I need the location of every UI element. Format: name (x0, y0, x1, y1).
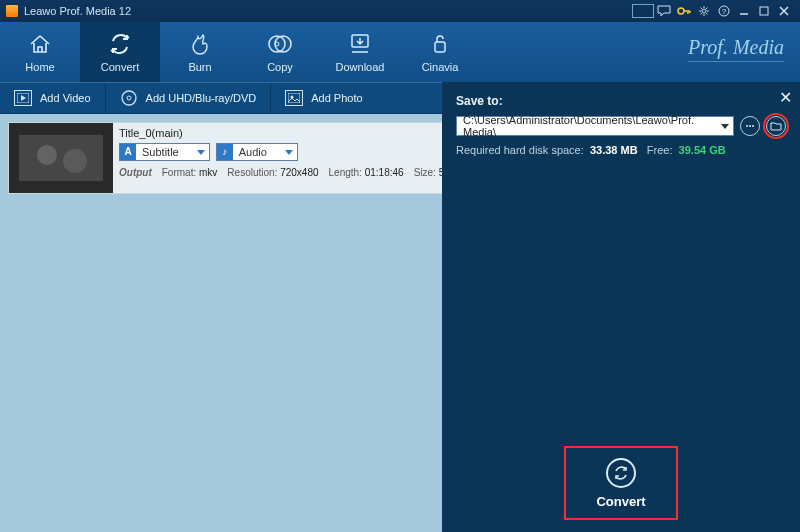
tab-label: Convert (101, 61, 140, 73)
svg-point-18 (63, 149, 87, 173)
action-label: Add Video (40, 92, 91, 104)
more-options-button[interactable] (740, 116, 760, 136)
add-disc-button[interactable]: Add UHD/Blu-ray/DVD (106, 83, 272, 113)
svg-rect-9 (435, 42, 445, 52)
gear-icon[interactable] (694, 3, 714, 19)
output-label: Output (119, 167, 152, 178)
convert-label: Convert (596, 494, 645, 509)
convert-button[interactable]: Convert (566, 448, 676, 518)
svg-point-20 (749, 125, 751, 127)
save-to-label: Save to: (456, 94, 786, 108)
video-icon (14, 90, 32, 106)
format-value: mkv (199, 167, 217, 178)
audio-value: Audio (239, 146, 267, 158)
svg-point-12 (127, 96, 131, 100)
svg-text:?: ? (722, 7, 727, 16)
free-label: Free: (647, 144, 673, 156)
add-video-button[interactable]: Add Video (0, 83, 106, 113)
brand-label: Prof. Media (688, 36, 784, 62)
save-path-value: C:\Users\Administrator\Documents\Leawo\P… (463, 114, 721, 138)
message-icon[interactable] (654, 3, 674, 19)
svg-point-19 (746, 125, 748, 127)
media-thumbnail (9, 123, 113, 193)
svg-point-17 (37, 145, 57, 165)
cinavia-icon (427, 31, 453, 57)
tab-copy[interactable]: Copy (240, 22, 320, 82)
convert-ring-icon (606, 458, 636, 488)
close-icon[interactable] (774, 3, 794, 19)
svg-point-21 (752, 125, 754, 127)
svg-point-0 (678, 8, 684, 14)
copy-icon (267, 31, 293, 57)
tab-download[interactable]: Download (320, 22, 400, 82)
audio-tag-icon: ♪ (217, 144, 233, 160)
chevron-down-icon (197, 150, 205, 155)
tab-burn[interactable]: Burn (160, 22, 240, 82)
tab-convert[interactable]: Convert (80, 22, 160, 82)
app-logo-icon (6, 5, 18, 17)
tab-label: Download (336, 61, 385, 73)
required-value: 33.38 MB (590, 144, 638, 156)
tab-home[interactable]: Home (0, 22, 80, 82)
download-icon (347, 31, 373, 57)
browse-folder-button[interactable] (766, 116, 786, 136)
apps-grid-icon[interactable] (632, 4, 654, 18)
svg-point-11 (122, 91, 136, 105)
svg-rect-13 (288, 93, 300, 103)
required-label: Required hard disk space: (456, 144, 584, 156)
audio-select[interactable]: ♪ Audio (216, 143, 298, 161)
main-tabs: Home Convert Burn Copy Download Cinavia … (0, 22, 800, 82)
tab-label: Home (25, 61, 54, 73)
home-icon (27, 31, 53, 57)
free-value: 39.54 GB (679, 144, 726, 156)
action-label: Add Photo (311, 92, 362, 104)
tab-label: Burn (188, 61, 211, 73)
svg-rect-16 (19, 135, 103, 181)
subtitle-value: Subtitle (142, 146, 179, 158)
length-value: 01:18:46 (365, 167, 404, 178)
subtitle-select[interactable]: A Subtitle (119, 143, 210, 161)
minimize-icon[interactable] (734, 3, 754, 19)
size-label: Size: (414, 167, 436, 178)
tab-label: Copy (267, 61, 293, 73)
disk-space-info: Required hard disk space: 33.38 MB Free:… (456, 144, 786, 156)
titlebar: Leawo Prof. Media 12 ? (0, 0, 800, 22)
convert-panel: ✕ Save to: C:\Users\Administrator\Docume… (442, 82, 800, 532)
resolution-label: Resolution: (227, 167, 277, 178)
tab-label: Cinavia (422, 61, 459, 73)
format-label: Format: (162, 167, 196, 178)
action-label: Add UHD/Blu-ray/DVD (146, 92, 257, 104)
close-panel-icon[interactable]: ✕ (779, 88, 792, 107)
key-icon[interactable] (674, 3, 694, 19)
tab-cinavia[interactable]: Cinavia (400, 22, 480, 82)
length-label: Length: (329, 167, 362, 178)
save-path-select[interactable]: C:\Users\Administrator\Documents\Leawo\P… (456, 116, 734, 136)
svg-rect-4 (760, 7, 768, 15)
photo-icon (285, 90, 303, 106)
subtitle-tag-icon: A (120, 144, 136, 160)
add-photo-button[interactable]: Add Photo (271, 83, 376, 113)
help-icon[interactable]: ? (714, 3, 734, 19)
app-title: Leawo Prof. Media 12 (24, 5, 131, 17)
burn-icon (187, 31, 213, 57)
chevron-down-icon (721, 124, 729, 129)
maximize-icon[interactable] (754, 3, 774, 19)
chevron-down-icon (285, 150, 293, 155)
disc-icon (120, 90, 138, 106)
convert-icon (107, 31, 133, 57)
resolution-value: 720x480 (280, 167, 318, 178)
svg-point-1 (702, 9, 706, 13)
